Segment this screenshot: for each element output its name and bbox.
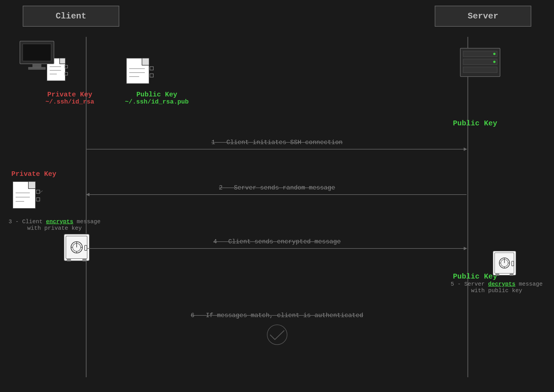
step5-vault-section: [492, 250, 520, 279]
step3-private-key-section: Private Key: [11, 170, 56, 216]
step4-section: 4 - Client sends encrypted message: [213, 238, 341, 245]
step3-text: 3 - Client encrypts message with private…: [9, 218, 101, 231]
client-icon: [14, 40, 60, 71]
client-label: Client: [56, 11, 86, 21]
svg-point-22: [493, 53, 496, 55]
svg-marker-10: [142, 58, 149, 65]
step4-arrow: [87, 248, 467, 249]
server-box: Server: [435, 6, 531, 27]
svg-line-37: [38, 189, 43, 194]
svg-rect-26: [33, 64, 41, 67]
public-key-label-client: Public Key: [125, 91, 189, 98]
step6-checkmark-area: [263, 323, 291, 347]
server-entity: Server: [435, 6, 531, 27]
private-key-label: Private Key: [45, 91, 94, 98]
step1-text: 1 - Client initiates SSH connection: [211, 139, 342, 146]
step4-text: 4 - Client sends encrypted message: [213, 238, 341, 245]
step3-text-section: 3 - Client encrypts message with private…: [9, 218, 101, 231]
step5-public-key-label-section: Public Key: [453, 272, 497, 281]
server-vertical-line: [467, 37, 468, 377]
svg-rect-21: [463, 67, 497, 73]
diagram-container: Client Server Private Key ~/.ss: [0, 0, 554, 392]
svg-marker-1: [60, 58, 65, 64]
svg-rect-62: [510, 274, 514, 276]
checkmark-icon: [263, 323, 291, 346]
public-key-icon: [125, 57, 159, 88]
step2-arrow: [87, 194, 467, 195]
svg-rect-49: [67, 259, 71, 261]
step5-text: 5 - Server decrypts message with public …: [451, 281, 543, 294]
svg-rect-25: [23, 44, 51, 61]
public-key-section: Public Key ~/.ssh/id_rsa.pub: [125, 57, 189, 106]
svg-rect-50: [82, 259, 87, 261]
step3-key-icon: [11, 180, 43, 214]
server-label: Server: [468, 11, 498, 21]
step3-private-key-label: Private Key: [11, 170, 56, 178]
svg-rect-27: [28, 67, 45, 69]
step6-section: 6 - If messages match, client is authent…: [191, 312, 363, 319]
svg-rect-61: [496, 274, 499, 276]
step4-vault-section: [62, 233, 94, 265]
svg-rect-19: [463, 51, 497, 57]
client-box: Client: [23, 6, 119, 27]
step1-section: 1 - Client initiates SSH connection: [211, 139, 342, 146]
step1-arrow: [87, 149, 467, 149]
step6-text: 6 - If messages match, client is authent…: [191, 312, 363, 319]
server-public-key-label: Public Key: [453, 119, 497, 128]
client-icon-area: [14, 40, 60, 72]
server-icon-area: [457, 45, 503, 81]
step5-text-section: 5 - Server decrypts message with public …: [451, 281, 543, 294]
svg-rect-16: [150, 67, 153, 70]
server-public-key-section: Public Key: [453, 119, 497, 128]
step2-section: 2 - Server sends random message: [219, 184, 335, 191]
step5-public-key-label: Public Key: [453, 272, 497, 281]
svg-rect-20: [463, 59, 497, 65]
public-key-path: ~/.ssh/id_rsa.pub: [125, 98, 189, 106]
svg-marker-29: [28, 182, 35, 189]
private-key-path: ~/.ssh/id_rsa: [45, 98, 94, 106]
svg-rect-17: [150, 74, 153, 77]
step2-text: 2 - Server sends random message: [219, 184, 335, 191]
server-icon: [457, 45, 503, 79]
vault-icon-server: [492, 250, 520, 278]
svg-point-23: [493, 61, 496, 63]
client-entity: Client: [23, 6, 119, 27]
svg-rect-36: [36, 198, 40, 201]
